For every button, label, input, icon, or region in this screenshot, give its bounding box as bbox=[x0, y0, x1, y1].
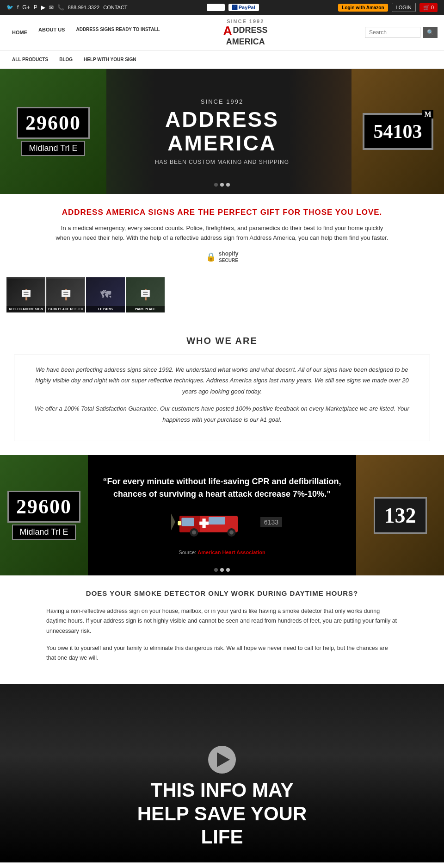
hero-since: SINCE 1992 bbox=[155, 98, 289, 105]
amb-left-sign: 29600 Midland Trl E bbox=[0, 455, 88, 575]
tagline-section: ADDRESS AMERICA SIGNS ARE THE PERFECT GI… bbox=[0, 194, 444, 277]
login-button[interactable]: LOGIN bbox=[392, 3, 416, 12]
shopify-label: shopifySECURE bbox=[219, 250, 239, 263]
secondary-nav: ALL PRODUCTS BLOG HELP WITH YOUR SIGN bbox=[0, 50, 444, 69]
nav-item-blog[interactable]: BLOG bbox=[54, 50, 78, 69]
banner-dot-2[interactable] bbox=[220, 568, 224, 572]
nav-item-all-products[interactable]: ALL PRODUCTS bbox=[6, 50, 54, 69]
vimeo-icon[interactable]: ▶ bbox=[41, 4, 45, 11]
site-logo[interactable]: SINCE 1992 A DDRESS AMERICA bbox=[220, 15, 271, 50]
who-para2: We offer a 100% Total Satisfaction Guara… bbox=[28, 403, 416, 425]
thumb-label-4: PARK PLACE bbox=[126, 306, 165, 312]
main-nav: HOME ABOUT US ADDRESS SIGNS READY TO INS… bbox=[0, 15, 444, 50]
left-sign-street: Midland Trl E bbox=[21, 141, 85, 156]
play-triangle-icon bbox=[217, 752, 230, 767]
paypal-label: PayPal bbox=[239, 5, 255, 10]
search-input[interactable] bbox=[365, 27, 420, 38]
svg-marker-0 bbox=[171, 514, 175, 531]
amb-source-org: American Heart Association bbox=[197, 550, 265, 555]
pinterest-icon[interactable]: P bbox=[34, 4, 37, 11]
hero-title: ADDRESS AMERICA bbox=[155, 108, 289, 155]
banner-dot-1[interactable] bbox=[214, 568, 218, 572]
hero-title-line2: AMERICA bbox=[155, 131, 289, 155]
logo-ddress: DDRESS bbox=[233, 26, 268, 35]
dot-3[interactable] bbox=[226, 183, 230, 187]
amazon-login-button[interactable]: Login with Amazon bbox=[338, 4, 388, 12]
smoke-para2: You owe it to yourself and your family t… bbox=[37, 643, 407, 663]
product-thumbnails: 🪧 REFLEC ADDRE SIGN 🪧 PARK PLACE REFLEC … bbox=[0, 277, 444, 322]
nav-item-home[interactable]: HOME bbox=[6, 23, 33, 42]
amb-source: Source: American Heart Association bbox=[179, 550, 265, 555]
nav-left: HOME ABOUT US ADDRESS SIGNS READY TO INS… bbox=[6, 23, 126, 42]
video-title-line3: LIFE bbox=[0, 825, 444, 849]
apple-pay-button[interactable]: Pay bbox=[207, 4, 225, 11]
banner-carousel-dots bbox=[214, 568, 230, 572]
play-button[interactable] bbox=[208, 746, 236, 774]
dot-1[interactable] bbox=[214, 183, 218, 187]
ornate-sign: M 54103 bbox=[363, 113, 433, 150]
amb-right-sign: 132 bbox=[356, 455, 444, 575]
hero-right-sign: M 54103 bbox=[352, 69, 444, 194]
hero-subtitle: HAS BEEN CUSTOM MAKING AND SHIPPING bbox=[155, 159, 289, 165]
phone-icon[interactable]: 📞 bbox=[57, 4, 64, 11]
amb-left-sign-street: Midland Trl E bbox=[12, 525, 75, 540]
ambulance-banner: 29600 Midland Trl E “For every minute wi… bbox=[0, 455, 444, 575]
ornate-number: 54103 bbox=[374, 121, 422, 142]
thumb-label-2: PARK PLACE REFLEC bbox=[46, 306, 85, 312]
search-button[interactable]: 🔍 bbox=[423, 27, 438, 38]
dot-2[interactable] bbox=[220, 183, 224, 187]
video-section: THIS INFO MAY HELP SAVE YOUR LIFE bbox=[0, 684, 444, 862]
hero-title-line1: ADDRESS bbox=[155, 108, 289, 131]
ornate-initial: M bbox=[422, 110, 433, 119]
tagline-desc: In a medical emergency, every second cou… bbox=[56, 224, 388, 243]
banner-dot-3[interactable] bbox=[226, 568, 230, 572]
who-para1: We have been perfecting address signs si… bbox=[28, 364, 416, 397]
contact-link[interactable]: CONTACT bbox=[103, 5, 127, 10]
hero-center: SINCE 1992 ADDRESS AMERICA HAS BEEN CUST… bbox=[155, 98, 289, 165]
hero-banner: 29600 Midland Trl E SINCE 1992 ADDRESS A… bbox=[0, 69, 444, 194]
ambulance-vehicle: 6133 bbox=[171, 508, 273, 545]
svg-rect-3 bbox=[182, 518, 194, 526]
shopify-badge: 🔒 shopifySECURE bbox=[9, 250, 435, 263]
email-icon[interactable]: ✉ bbox=[49, 4, 54, 11]
google-plus-icon[interactable]: G+ bbox=[22, 4, 30, 11]
paypal-icon: 🅿 bbox=[232, 5, 237, 10]
amb-left-sign-number: 29600 bbox=[7, 491, 80, 523]
svg-rect-6 bbox=[199, 522, 209, 525]
cart-button[interactable]: 🛒 0 bbox=[419, 3, 438, 12]
nav-item-signs-ready[interactable]: ADDRESS SIGNS READY TO INSTALL bbox=[70, 23, 126, 39]
amb-quote: “For every minute without life-saving CP… bbox=[102, 475, 342, 500]
video-title-line2: HELP SAVE YOUR bbox=[0, 802, 444, 825]
amb-address-display: 6133 bbox=[260, 517, 282, 527]
top-bar-left: 🐦 f G+ P ▶ ✉ 📞 888-991-3322 CONTACT bbox=[6, 4, 128, 11]
paypal-button[interactable]: 🅿 PayPal bbox=[228, 4, 259, 11]
phone-number: 888-991-3322 bbox=[68, 5, 100, 10]
ambulance-svg bbox=[171, 508, 254, 540]
nav-item-about[interactable]: ABOUT US bbox=[33, 23, 70, 39]
product-thumb-4[interactable]: 🪧 PARK PLACE bbox=[126, 277, 165, 312]
logo-a: A bbox=[223, 24, 232, 37]
smoke-title: DOES YOUR SMOKE DETECTOR ONLY WORK DURIN… bbox=[9, 589, 435, 597]
tagline-main: ADDRESS AMERICA SIGNS ARE THE PERFECT GI… bbox=[9, 208, 435, 217]
hero-left-sign: 29600 Midland Trl E bbox=[0, 69, 106, 194]
video-title: THIS INFO MAY HELP SAVE YOUR LIFE bbox=[0, 779, 444, 849]
left-sign-number: 29600 bbox=[17, 107, 90, 139]
nav-right: 🔍 bbox=[365, 27, 438, 38]
smoke-section: DOES YOUR SMOKE DETECTOR ONLY WORK DURIN… bbox=[0, 575, 444, 684]
amb-source-prefix: Source: bbox=[179, 550, 196, 555]
svg-point-8 bbox=[192, 531, 196, 535]
product-thumb-2[interactable]: 🪧 PARK PLACE REFLEC bbox=[46, 277, 85, 312]
logo-america: AMERICA bbox=[223, 37, 268, 47]
amb-center: “For every minute without life-saving CP… bbox=[88, 455, 356, 575]
product-thumb-1[interactable]: 🪧 REFLEC ADDRE SIGN bbox=[6, 277, 45, 312]
apple-pay-label: Pay bbox=[212, 5, 221, 10]
who-section: WHO WE ARE We have been perfecting addre… bbox=[0, 322, 444, 455]
svg-rect-11 bbox=[178, 521, 181, 525]
who-box: We have been perfecting address signs si… bbox=[14, 355, 430, 441]
twitter-icon[interactable]: 🐦 bbox=[6, 4, 13, 11]
product-thumb-3[interactable]: 🗺 LE PARIS bbox=[86, 277, 125, 312]
video-title-line1: THIS INFO MAY bbox=[0, 779, 444, 802]
smoke-para1: Having a non-reflective address sign on … bbox=[37, 606, 407, 636]
facebook-icon[interactable]: f bbox=[17, 4, 18, 11]
nav-item-help[interactable]: HELP WITH YOUR SIGN bbox=[78, 50, 142, 69]
